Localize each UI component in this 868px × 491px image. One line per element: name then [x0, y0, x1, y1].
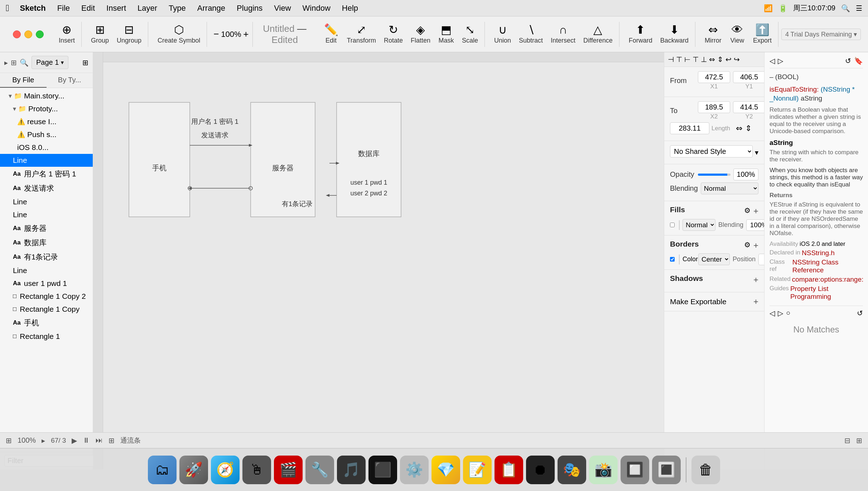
doc-nav-prev[interactable]: ◁ [770, 309, 775, 317]
forward-button[interactable]: ⬆ Forward [626, 23, 655, 46]
sidebar-item-rect1[interactable]: □ Rectangle 1 [0, 330, 93, 343]
dock-photos[interactable]: 📸 [589, 456, 618, 484]
menu-layer[interactable]: Layer [135, 3, 159, 14]
canvas-area[interactable]: 手机 服务器 数据库 user 1 pwd 1 user 2 pwd 2 用户名… [93, 52, 664, 470]
sidebar-item-database[interactable]: Aa 数据库 [0, 235, 93, 250]
next-icon[interactable]: ⏭ [96, 436, 103, 444]
search-icon[interactable]: 🔍 [841, 4, 850, 13]
fill-color-swatch[interactable] [679, 220, 680, 230]
tab-by-file[interactable]: By File [0, 73, 47, 88]
dock-dvd[interactable]: 🎬 [274, 456, 303, 484]
subtract-button[interactable]: ∖ Subtract [516, 23, 546, 46]
dock-launchpad[interactable]: 🚀 [179, 456, 208, 484]
scale-button[interactable]: ⤡ Scale [459, 23, 481, 46]
menu-edit[interactable]: Edit [79, 3, 97, 14]
group-button[interactable]: ⊞ Group [88, 23, 112, 46]
dock-notes[interactable]: 📝 [463, 456, 492, 484]
doc-bookmark-icon[interactable]: 🔖 [854, 57, 863, 65]
sidebar-item-server[interactable]: Aa 服务器 [0, 221, 93, 235]
mask-button[interactable]: ⬒ Mask [435, 23, 457, 46]
menu-help[interactable]: Help [340, 3, 360, 14]
borders-add-button[interactable]: + [753, 240, 758, 251]
edit-button[interactable]: ✏️ Edit [320, 23, 342, 46]
to-y-input[interactable] [733, 101, 764, 113]
sidebar-item-line1[interactable]: Line [0, 154, 93, 167]
sidebar-item-push[interactable]: ⚠️ Push s... [0, 128, 93, 141]
sidebar-item-send-request[interactable]: Aa 发送请求 [0, 181, 93, 195]
sidebar-item-protoyo[interactable]: ▾ 📁 Prototy... [0, 102, 93, 115]
close-button[interactable] [13, 30, 21, 38]
dock-clipboard[interactable]: 📋 [495, 456, 523, 484]
dock-system[interactable]: ⚙️ [400, 456, 429, 484]
from-x-input[interactable] [698, 71, 730, 83]
backward-button[interactable]: ⬇ Backward [657, 23, 691, 46]
union-button[interactable]: ∪ Union [491, 23, 514, 46]
dock-trash[interactable]: 🗑 [691, 456, 720, 484]
zoom-fit-icon[interactable]: ⊞ [6, 436, 12, 445]
sidebar-item-line3[interactable]: Line [0, 208, 93, 221]
view-mode-icon[interactable]: ▶ [72, 436, 77, 445]
wifi-icon[interactable]: 📶 [764, 4, 773, 13]
dock-mouse[interactable]: 🖱 [242, 456, 271, 484]
page-selector[interactable]: Page 1 ▾ [32, 56, 68, 69]
grid-view-button[interactable]: ⊟ [844, 436, 850, 445]
panel-align-left[interactable]: ⊣ [668, 55, 674, 64]
dock-record[interactable]: ⏺ [526, 456, 555, 484]
control-center-icon[interactable]: ☰ [856, 4, 862, 13]
fill-opacity-input[interactable] [746, 219, 764, 231]
flatten-button[interactable]: ◈ Flatten [408, 23, 433, 46]
dock-misc1[interactable]: 🔲 [621, 456, 649, 484]
apple-menu[interactable]:  [6, 3, 9, 14]
dock-terminal[interactable]: ⬛ [368, 456, 397, 484]
from-y-input[interactable] [733, 71, 764, 83]
intersect-button[interactable]: ∩ Intersect [548, 23, 578, 46]
blending-select[interactable]: Normal [701, 183, 758, 194]
doc-nav-refresh[interactable]: ↺ [857, 309, 863, 317]
doc-forward-icon[interactable]: ▷ [778, 57, 783, 65]
rotate-button[interactable]: ↻ Rotate [381, 23, 406, 46]
play-icon[interactable]: ⏸ [83, 436, 90, 444]
zoom-percent[interactable]: 100% [18, 436, 36, 444]
difference-button[interactable]: △ Difference [580, 23, 616, 46]
dock-misc2[interactable]: 🔳 [652, 456, 681, 484]
shared-style-dropdown[interactable]: ▾ [755, 148, 758, 157]
fills-settings-icon[interactable]: ⚙ [744, 206, 751, 216]
panel-align-top[interactable]: ⊤ [693, 55, 699, 64]
doc-nav-circle[interactable]: ○ [786, 309, 790, 317]
flip-h-icon[interactable]: ⇔ [736, 124, 742, 133]
sidebar-item-user-pwd[interactable]: Aa user 1 pwd 1 [0, 277, 93, 290]
dock-music[interactable]: 🎵 [337, 456, 366, 484]
panel-align-right[interactable]: ⊢ [684, 55, 690, 64]
fill-blending-select[interactable]: Normal [683, 219, 715, 231]
sidebar-item-line4[interactable]: Line [0, 264, 93, 277]
sidebar-search-icon[interactable]: 🔍 [20, 58, 29, 67]
sidebar-item-ios[interactable]: iOS 8.0... [0, 141, 93, 154]
menu-sketch[interactable]: Sketch [18, 3, 48, 14]
panel-distribute-h[interactable]: ⇔ [709, 55, 715, 64]
doc-nav-next[interactable]: ▷ [778, 309, 783, 317]
view-button[interactable]: 👁 View [727, 23, 748, 46]
sidebar-item-rect1-copy[interactable]: □ Rectangle 1 Copy [0, 303, 93, 316]
opacity-input[interactable] [733, 169, 758, 180]
sidebar-item-line2[interactable]: Line [0, 195, 93, 208]
panel-align-middle-v[interactable]: ⊥ [701, 55, 707, 64]
border-color-swatch[interactable] [679, 254, 680, 264]
panel-back-icon[interactable]: ↩ [725, 55, 732, 64]
length-input[interactable] [670, 122, 709, 134]
shared-style-select[interactable]: No Shared Style [670, 145, 753, 157]
sidebar-item-rect1-copy2[interactable]: □ Rectangle 1 Copy 2 [0, 290, 93, 303]
dock-tools[interactable]: 🔧 [305, 456, 334, 484]
sidebar-item-main-story[interactable]: ▾ 📁 Main.story... [0, 89, 93, 102]
fill-checkbox[interactable] [670, 223, 675, 227]
panel-forward-icon[interactable]: ↪ [734, 55, 740, 64]
border-checkbox[interactable] [670, 257, 675, 262]
zoom-out-button[interactable]: − [213, 29, 219, 40]
menu-file[interactable]: File [55, 3, 72, 14]
sidebar-item-phone[interactable]: Aa 手机 [0, 316, 93, 330]
exportable-add-button[interactable]: + [753, 297, 758, 307]
transform-button[interactable]: ⤢ Transform [344, 23, 379, 46]
grid-icon[interactable]: ⊞ [108, 436, 115, 445]
insert-button[interactable]: ⊕ Insert [56, 23, 78, 46]
list-view-button[interactable]: ⊞ [856, 436, 862, 445]
border-thickness-input[interactable] [758, 254, 764, 265]
